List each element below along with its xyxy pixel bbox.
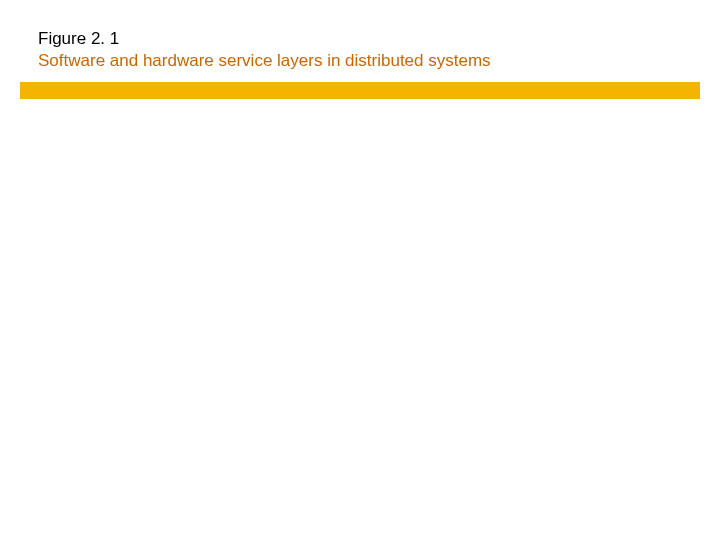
divider-bar [20, 82, 700, 99]
figure-label: Figure 2. 1 [38, 28, 491, 50]
figure-header: Figure 2. 1 Software and hardware servic… [38, 28, 491, 72]
figure-title: Software and hardware service layers in … [38, 50, 491, 72]
